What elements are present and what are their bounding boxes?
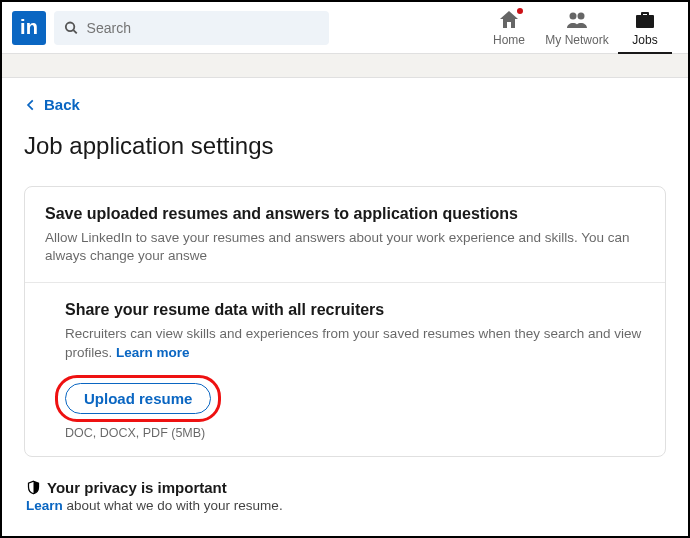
svg-point-0	[66, 22, 75, 31]
shield-icon	[26, 480, 41, 495]
people-icon	[565, 8, 589, 32]
page-title: Job application settings	[24, 132, 666, 160]
svg-point-3	[578, 13, 585, 20]
section-share-title: Share your resume data with all recruite…	[65, 301, 645, 319]
upload-resume-button[interactable]: Upload resume	[65, 383, 211, 414]
section-share-resume: Share your resume data with all recruite…	[25, 282, 665, 456]
search-input[interactable]	[87, 20, 319, 36]
settings-card: Save uploaded resumes and answers to app…	[24, 186, 666, 458]
search-box[interactable]	[54, 11, 329, 45]
nav-network[interactable]: My Network	[544, 2, 610, 54]
main-content: Back Job application settings Save uploa…	[2, 78, 688, 513]
nav-jobs[interactable]: Jobs	[612, 2, 678, 54]
privacy-title: Your privacy is important	[26, 479, 664, 496]
file-format-hint: DOC, DOCX, PDF (5MB)	[65, 426, 645, 440]
sub-header-strip	[2, 54, 688, 78]
svg-point-2	[570, 13, 577, 20]
back-link[interactable]: Back	[24, 96, 80, 113]
search-icon	[64, 20, 79, 36]
nav-items: Home My Network Jobs	[476, 2, 678, 54]
privacy-desc: Learn about what we do with your resume.	[26, 498, 664, 513]
privacy-block: Your privacy is important Learn about wh…	[24, 479, 666, 513]
svg-line-1	[73, 30, 76, 33]
back-label: Back	[44, 96, 80, 113]
notification-badge	[515, 6, 525, 16]
section-save-title: Save uploaded resumes and answers to app…	[45, 205, 645, 223]
briefcase-icon	[633, 8, 657, 32]
global-header: in Home My Network Jobs	[2, 2, 688, 54]
chevron-left-icon	[24, 98, 38, 112]
section-share-desc: Recruiters can view skills and experienc…	[65, 325, 645, 363]
learn-more-link[interactable]: Learn more	[116, 345, 190, 360]
linkedin-logo[interactable]: in	[12, 11, 46, 45]
section-save-resumes: Save uploaded resumes and answers to app…	[25, 187, 665, 283]
nav-jobs-label: Jobs	[632, 33, 657, 47]
nav-network-label: My Network	[545, 33, 608, 47]
nav-home[interactable]: Home	[476, 2, 542, 54]
privacy-learn-link[interactable]: Learn	[26, 498, 63, 513]
section-save-desc: Allow LinkedIn to save your resumes and …	[45, 229, 645, 267]
nav-home-label: Home	[493, 33, 525, 47]
